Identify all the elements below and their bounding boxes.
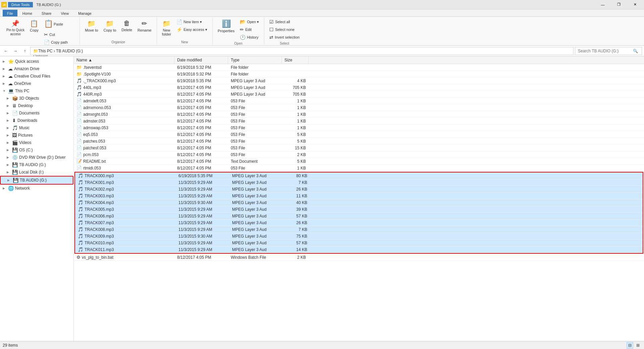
expand-icon: ▶ <box>7 97 11 100</box>
sidebar-item-local-disk-i[interactable]: ▶ 💾 Local Disk (I:) <box>0 168 73 176</box>
file-row[interactable]: 📄 admxmono.053 8/12/2017 4:05 PM 053 Fil… <box>74 104 644 111</box>
sidebar-item-label: TB AUDIO (G:) <box>20 178 47 183</box>
search-input[interactable] <box>578 49 632 53</box>
file-row[interactable]: 🎵 TRACK009.mp3 11/3/2015 9:30 AM MPEG La… <box>75 233 643 240</box>
select-all-button[interactable]: ☑ Select all <box>267 18 302 26</box>
file-row[interactable]: 📄 eq5.053 8/12/2017 4:05 PM 053 File 5 K… <box>74 131 644 138</box>
file-row[interactable]: 📄 admster.053 8/12/2017 4:05 PM 053 File… <box>74 118 644 124</box>
file-type: MPEG Layer 3 Aud <box>229 186 283 192</box>
col-header-name[interactable]: Name ▲ <box>74 56 174 64</box>
file-row[interactable]: 📄 patchesf.053 8/12/2017 4:05 PM 053 Fil… <box>74 145 644 151</box>
file-row[interactable]: 📁 .Spotlight-V100 6/19/2018 5:32 PM File… <box>74 71 644 78</box>
large-icons-view-button[interactable]: ⊞ <box>635 342 641 349</box>
properties-button[interactable]: ℹ️ Properties <box>215 18 237 34</box>
open-button[interactable]: 📂 Open ▾ <box>237 18 261 26</box>
file-row[interactable]: 🎵 TRACK001.mp3 11/3/2015 9:29 AM MPEG La… <box>75 179 643 186</box>
file-size <box>282 73 309 75</box>
file-row[interactable]: 🎵 TRACK005.mp3 11/3/2015 9:29 AM MPEG La… <box>75 206 643 213</box>
sidebar-item-documents[interactable]: ▶ 📄 Documents <box>0 109 73 117</box>
file-row[interactable]: 🎵 TRACK006.mp3 11/3/2015 9:29 AM MPEG La… <box>75 213 643 219</box>
sidebar-item-network[interactable]: ▶ 🌐 Network <box>0 185 73 192</box>
up-button[interactable]: ↑ <box>21 47 29 55</box>
sidebar-item-tb-audio-g-selected[interactable]: ▶ 💾 TB AUDIO (G:) <box>0 176 73 185</box>
expand-icon: ▶ <box>3 67 7 70</box>
history-button[interactable]: 🕐 History <box>237 34 261 41</box>
close-button[interactable]: ✕ <box>627 0 643 9</box>
sidebar-item-this-pc[interactable]: ▼ 💻 This PC <box>0 87 73 95</box>
ribbon-group-open: ℹ️ Properties 📂 Open ▾ ✏ Edit 🕐 History … <box>213 17 264 45</box>
tab-share[interactable]: Share <box>37 10 56 16</box>
details-view-button[interactable]: ⊟ <box>627 342 633 349</box>
file-row[interactable]: 🎵 TRACK007.mp3 11/3/2015 9:29 AM MPEG La… <box>75 219 643 226</box>
col-header-size[interactable]: Size <box>282 56 309 64</box>
file-type: Windows Batch File <box>228 254 282 260</box>
move-to-button[interactable]: 📁 Move to <box>83 18 100 34</box>
sidebar-item-onedrive[interactable]: ▶ ☁ OneDrive <box>0 80 73 87</box>
file-row[interactable]: 🎵 TRACK011.mp3 11/3/2015 9:29 AM MPEG La… <box>75 246 643 253</box>
file-row[interactable]: 📄 rtmidi.053 8/12/2017 4:05 PM 053 File … <box>74 165 644 171</box>
titlebar: 📁 Drive Tools TB AUDIO (G:) — ❐ ✕ <box>0 0 644 9</box>
file-row[interactable]: 🎵 TRACK002.mp3 11/3/2015 9:29 AM MPEG La… <box>75 186 643 193</box>
file-row[interactable]: 📁 .fseventsd 6/19/2018 5:32 PM File fold… <box>74 64 644 71</box>
copy-button-large[interactable]: 📋 Copy <box>28 18 41 34</box>
col-header-type[interactable]: Type <box>228 56 282 64</box>
sidebar-item-quick-access[interactable]: ▶ ⭐ Quick access <box>0 58 73 65</box>
sidebar-item-music[interactable]: ▶ 🎵 Music <box>0 124 73 132</box>
tab-manage[interactable]: Manage <box>74 10 96 16</box>
sidebar-item-videos[interactable]: ▶ 🎬 Videos <box>0 139 73 146</box>
file-row[interactable]: ⚙ vs_plg_to_bin.bat 8/12/2017 4:05 PM Wi… <box>74 254 644 261</box>
file-row[interactable]: 🎵 TRACK003.mp3 11/3/2015 9:29 AM MPEG La… <box>75 193 643 199</box>
sidebar-item-desktop[interactable]: ▶ 🖥 Desktop <box>0 102 73 109</box>
file-row[interactable]: 🎵 TRACK004.mp3 11/3/2015 9:30 AM MPEG La… <box>75 199 643 206</box>
pin-to-quick-access-button[interactable]: 📌 Pin to Quickaccess <box>4 18 27 38</box>
file-name-text: 440L.mp3 <box>83 85 101 90</box>
file-date: 11/3/2015 9:29 AM <box>176 247 229 253</box>
expand-icon: ▶ <box>3 74 7 78</box>
tab-home[interactable]: Home <box>18 10 37 16</box>
filelist-header: Name ▲ Date modified Type Size <box>74 56 644 64</box>
new-folder-button[interactable]: 📁 Newfolder <box>160 18 174 38</box>
file-row[interactable]: 🎵 440L.mp3 8/12/2017 4:05 PM MPEG Layer … <box>74 84 644 91</box>
address-path[interactable]: 📁 This PC › TB AUDIO (G:) <box>30 47 574 55</box>
tab-view[interactable]: View <box>56 10 73 16</box>
file-row[interactable]: 🎵 ._TRACK000.mp3 6/19/2018 5:35 PM MPEG … <box>74 78 644 84</box>
file-row[interactable]: 📄 patches.053 8/12/2017 4:05 PM 053 File… <box>74 138 644 145</box>
copy-path-button[interactable]: 📄 Copy path <box>42 39 77 46</box>
tb-audio-g-selected-icon: 💾 <box>13 178 18 183</box>
file-row[interactable]: 📄 pcm.053 8/12/2017 4:05 PM 053 File 2 K… <box>74 151 644 158</box>
drive-tools-tab[interactable]: Drive Tools <box>8 2 33 7</box>
file-row[interactable]: 🎵 TRACK008.mp3 11/3/2015 9:29 AM MPEG La… <box>75 226 643 233</box>
minimize-button[interactable]: — <box>595 0 610 9</box>
copy-to-button[interactable]: 📁 Copy to <box>101 18 118 34</box>
cut-button[interactable]: ✂ Cut <box>42 31 77 38</box>
col-header-date[interactable]: Date modified <box>174 56 228 64</box>
rename-button[interactable]: ✏ Rename <box>135 18 154 34</box>
restore-button[interactable]: ❐ <box>611 0 627 9</box>
file-row[interactable]: 🎵 TRACK000.mp3 6/19/2018 5:35 PM MPEG La… <box>75 172 643 179</box>
file-row[interactable]: 📄 admxleft.053 8/12/2017 4:05 PM 053 Fil… <box>74 98 644 104</box>
file-row[interactable]: 📝 README.txt 8/12/2017 4:05 PM Text Docu… <box>74 158 644 165</box>
tab-file[interactable]: File <box>3 10 17 16</box>
sidebar-item-dvd-rw[interactable]: ▶ 💿 DVD RW Drive (D:) Driver <box>0 154 73 161</box>
edit-button[interactable]: ✏ Edit <box>237 26 261 33</box>
sidebar-item-3d-objects[interactable]: ▶ 📦 3D Objects <box>0 95 73 102</box>
sidebar-item-os-c[interactable]: ▶ 💾 OS (C:) <box>0 146 73 154</box>
sidebar-item-creative-cloud[interactable]: ▶ ☁ Creative Cloud Files <box>0 72 73 80</box>
sidebar-item-amazon-drive[interactable]: ▶ ☁ Amazon Drive <box>0 65 73 72</box>
select-none-button[interactable]: ☐ Select none <box>267 26 302 33</box>
back-button[interactable]: ← <box>2 47 10 55</box>
forward-button[interactable]: → <box>11 47 19 55</box>
invert-selection-button[interactable]: ⇄ Invert selection <box>267 34 302 41</box>
sidebar-item-tb-audio-g[interactable]: ▶ 💾 TB AUDIO (G:) <box>0 161 73 168</box>
file-row[interactable]: 📄 admswap.053 8/12/2017 4:05 PM 053 File… <box>74 124 644 131</box>
file-row[interactable]: 🎵 440R.mp3 8/12/2017 4:05 PM MPEG Layer … <box>74 91 644 98</box>
new-item-button[interactable]: 📄 New item ▾ <box>174 18 210 26</box>
paste-button[interactable]: 📋 Paste <box>42 18 77 30</box>
sidebar-item-pictures[interactable]: ▶ 🖼 Pictures <box>0 132 73 139</box>
easy-access-button[interactable]: ⚡ Easy access ▾ <box>174 26 210 33</box>
file-row[interactable]: 📄 admxrght.053 8/12/2017 4:05 PM 053 Fil… <box>74 111 644 118</box>
file-row[interactable]: 🎵 TRACK010.mp3 11/3/2015 9:29 AM MPEG La… <box>75 240 643 246</box>
sidebar-item-downloads[interactable]: ▶ ⬇ Downloads <box>0 117 73 124</box>
delete-button[interactable]: 🗑 Delete <box>119 18 135 33</box>
tb-audio-tab[interactable]: TB AUDIO (G:) <box>33 2 64 7</box>
